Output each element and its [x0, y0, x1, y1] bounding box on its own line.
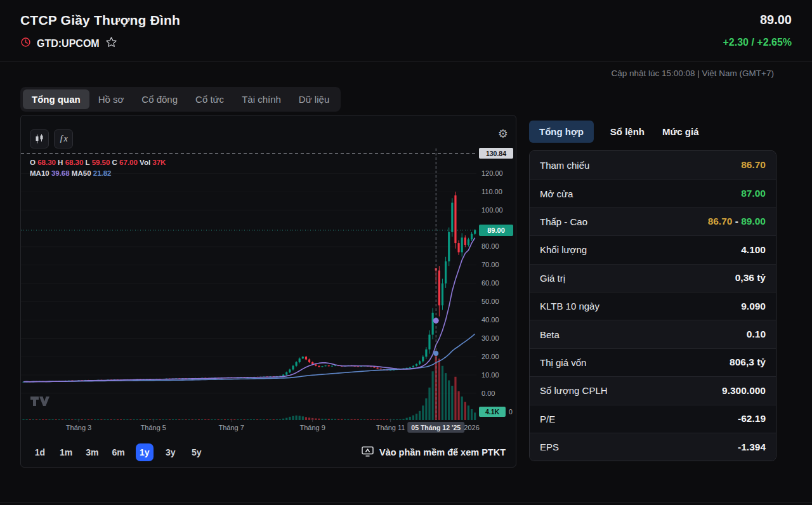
delayed-clock-icon — [20, 37, 31, 50]
svg-text:70.00: 70.00 — [481, 261, 499, 268]
candlestick-style-button[interactable] — [30, 129, 49, 148]
stat-label: Số lượng CPLH — [540, 385, 608, 396]
monitor-icon — [362, 446, 374, 459]
stat-row-5: KLTB 10 ngày9.090 — [530, 292, 776, 320]
svg-text:10.00: 10.00 — [481, 371, 499, 379]
stat-row-1: Mở cửa87.00 — [530, 179, 776, 207]
range-6m[interactable]: 6m — [109, 443, 127, 461]
range-1y[interactable]: 1y — [136, 443, 154, 461]
range-3y[interactable]: 3y — [162, 443, 180, 461]
header-divider — [0, 62, 812, 62]
quote-tab-2[interactable]: Mức giá — [661, 121, 700, 143]
stat-value: 87.00 — [741, 188, 766, 199]
svg-text:80.00: 80.00 — [481, 242, 499, 250]
svg-text:0.00: 0.00 — [481, 390, 495, 397]
quote-tab-1[interactable]: Sổ lệnh — [609, 121, 646, 143]
svg-text:89.00: 89.00 — [487, 226, 505, 234]
stat-row-9: P/E-62.19 — [530, 405, 776, 433]
symbol-exchange: GTD:UPCOM — [37, 38, 100, 49]
stat-label: KLTB 10 ngày — [540, 301, 599, 312]
svg-text:50.00: 50.00 — [481, 298, 499, 305]
svg-text:MA10 39.68 MA50 21.82: MA10 39.68 MA50 21.82 — [30, 169, 112, 177]
stat-row-2: Thấp - Cao86.70 - 89.00 — [530, 207, 776, 235]
stat-value: 806,3 tỷ — [730, 357, 766, 368]
svg-text:Tháng 3: Tháng 3 — [66, 424, 91, 431]
stat-label: Thấp - Cao — [540, 216, 587, 227]
price-change: +2.30 / +2.65% — [723, 37, 792, 48]
header-right: 89.00 +2.30 / +2.65% — [723, 13, 792, 62]
nav-tab-0[interactable]: Tổng quan — [23, 89, 89, 109]
stat-row-7: Thị giá vốn806,3 tỷ — [530, 348, 776, 376]
update-timestamp: Cập nhật lúc 15:00:08 | Việt Nam (GMT+7) — [611, 69, 774, 78]
svg-text:120.00: 120.00 — [481, 169, 503, 177]
chart-settings-gear-icon[interactable]: ⚙ — [498, 128, 508, 140]
stat-row-0: Tham chiếu86.70 — [530, 151, 776, 179]
svg-text:05 Tháng 12 '25: 05 Tháng 12 '25 — [411, 424, 461, 431]
last-price: 89.00 — [723, 13, 792, 27]
open-ptkt-link[interactable]: Vào phần mềm để xem PTKT — [362, 446, 506, 459]
svg-text:100.00: 100.00 — [481, 206, 503, 214]
stat-row-3: Khối lượng4.100 — [530, 235, 776, 263]
indicators-fx-button[interactable]: ƒx — [54, 129, 73, 148]
svg-text:Tháng 5: Tháng 5 — [141, 424, 166, 431]
stat-value: 86.70 — [741, 159, 766, 171]
chart-panel: Tháng 3Tháng 5Tháng 7Tháng 9Tháng 1105 T… — [20, 115, 516, 468]
nav-tab-2[interactable]: Cổ đông — [133, 89, 187, 109]
stat-value: -1.394 — [738, 442, 766, 453]
stat-row-4: Giá trị0,36 tỷ — [530, 264, 776, 292]
quote-panel: Tổng hợpSổ lệnhMức giá Tham chiếu86.70Mở… — [529, 121, 776, 461]
nav-tab-5[interactable]: Dữ liệu — [290, 89, 338, 109]
svg-text:2026: 2026 — [464, 424, 479, 431]
price-chart[interactable]: Tháng 3Tháng 5Tháng 7Tháng 9Tháng 1105 T… — [21, 115, 514, 438]
nav-tab-3[interactable]: Cổ tức — [187, 89, 233, 109]
bottom-divider — [0, 502, 812, 502]
svg-text:Tháng 9: Tháng 9 — [299, 424, 325, 431]
stat-row-6: Beta0.10 — [530, 320, 776, 348]
stat-value: -62.19 — [738, 413, 766, 424]
stat-value: 86.70 - 89.00 — [708, 216, 766, 227]
svg-text:30.00: 30.00 — [481, 334, 499, 342]
open-ptkt-label: Vào phần mềm để xem PTKT — [379, 447, 506, 457]
stat-value: 0.10 — [747, 329, 766, 340]
quote-tab-0[interactable]: Tổng hợp — [529, 121, 594, 143]
header-left: CTCP Giầy Thượng Đình GTD:UPCOM — [20, 13, 180, 62]
stat-value: 4.100 — [741, 244, 766, 256]
svg-text:Tháng 7: Tháng 7 — [218, 424, 244, 431]
range-1d[interactable]: 1d — [31, 443, 49, 461]
svg-text:20.00: 20.00 — [481, 353, 499, 360]
stat-label: Mở cửa — [540, 188, 573, 199]
svg-text:130.84: 130.84 — [486, 150, 506, 157]
range-selector: 1d1m3m6m1y3y5y — [31, 443, 206, 461]
header: CTCP Giầy Thượng Đình GTD:UPCOM 89.00 +2… — [0, 0, 812, 62]
stat-row-10: EPS-1.394 — [530, 433, 776, 461]
stat-value: 9.300.000 — [722, 385, 766, 397]
svg-text:O 68.30 H 68.30 L 59.50 C 6: O 68.30 H 68.30 L 59.50 C 67.00 Vol 37K — [30, 159, 166, 166]
svg-text:0: 0 — [509, 408, 513, 416]
stat-label: Tham chiếu — [540, 160, 589, 171]
section-tabs: Tổng quanHồ sơCổ đôngCổ tứcTài chínhDữ l… — [20, 87, 341, 112]
nav-tab-4[interactable]: Tài chính — [233, 89, 290, 109]
stat-label: Beta — [540, 329, 560, 340]
stat-label: Giá trị — [540, 273, 565, 284]
stat-label: EPS — [540, 442, 559, 452]
chart-controls: 1d1m3m6m1y3y5y Vào phần mềm để xem PTKT — [21, 438, 516, 467]
stat-label: Thị giá vốn — [540, 357, 586, 368]
tradingview-logo — [30, 395, 51, 410]
nav-tab-1[interactable]: Hồ sơ — [89, 89, 133, 109]
company-name: CTCP Giầy Thượng Đình — [20, 13, 180, 28]
svg-text:60.00: 60.00 — [481, 279, 499, 287]
quote-panel-tabs: Tổng hợpSổ lệnhMức giá — [529, 121, 776, 143]
svg-text:40.00: 40.00 — [481, 316, 499, 324]
range-1m[interactable]: 1m — [57, 443, 75, 461]
range-3m[interactable]: 3m — [83, 443, 101, 461]
stat-value: 9.090 — [741, 301, 766, 312]
watchlist-star-icon[interactable] — [105, 36, 117, 51]
stat-label: Khối lượng — [540, 244, 587, 255]
svg-text:Tháng 11: Tháng 11 — [376, 424, 405, 431]
stat-value: 0,36 tỷ — [735, 272, 766, 284]
symbol-row: GTD:UPCOM — [20, 36, 180, 51]
stat-row-8: Số lượng CPLH9.300.000 — [530, 376, 776, 404]
range-5y[interactable]: 5y — [188, 443, 206, 461]
fx-icon: ƒx — [59, 134, 67, 144]
stat-table: Tham chiếu86.70Mở cửa87.00Thấp - Cao86.7… — [529, 150, 776, 461]
